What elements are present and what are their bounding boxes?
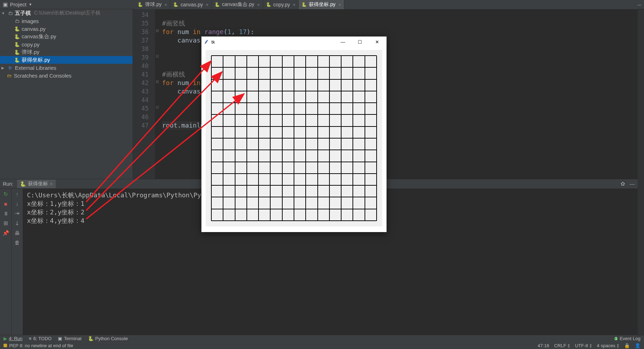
close-icon[interactable]: × [338, 2, 341, 7]
fold-marker-icon[interactable]: ⊟ [155, 28, 159, 33]
close-icon[interactable]: × [293, 2, 296, 7]
close-icon[interactable]: × [165, 2, 167, 7]
tree-file[interactable]: 🐍 canvas集合.py [0, 33, 133, 40]
scroll-icon[interactable]: ⤓ [15, 220, 20, 226]
python-icon: 🐍 [138, 2, 143, 7]
maximize-button[interactable]: ☐ [352, 37, 367, 47]
fold-marker-icon[interactable]: ⊟ [155, 79, 159, 84]
tk-app-window[interactable]: tk — ☐ ✕ [201, 36, 387, 232]
chevron-down-icon[interactable]: ▼ [1, 11, 6, 15]
todo-tool-label: 6: TODO [33, 336, 52, 341]
tk-feather-icon [204, 39, 209, 45]
tk-window-title: tk [211, 39, 215, 45]
pin-icon[interactable]: 📌 [2, 230, 9, 236]
tree-file[interactable]: 🐍 弹球.py [0, 48, 133, 56]
python-icon: 🐍 [14, 26, 20, 32]
down-icon[interactable]: ↓ [16, 201, 19, 207]
close-button[interactable]: ✕ [370, 37, 384, 47]
play-icon: ▶ [4, 336, 7, 341]
tree-file[interactable]: 🐍 canvas.py [0, 25, 133, 33]
tab-label: 获得坐标.py [309, 1, 335, 8]
wrap-icon[interactable]: ⇥ [15, 210, 20, 216]
line-number: 36 [133, 28, 155, 36]
close-icon[interactable]: × [206, 2, 209, 7]
line-separator[interactable]: CRLF ‡ [554, 343, 570, 348]
tree-file[interactable]: 🐍 获得坐标.py [0, 56, 133, 64]
line-number: 38 [133, 45, 155, 53]
tab-file[interactable]: 🐍获得坐标.py× [299, 0, 344, 9]
tab-file[interactable]: 🐍canvas集合.py× [212, 0, 263, 9]
stop-icon[interactable]: ■ [4, 201, 7, 207]
tree-item-label: copy.py [22, 41, 40, 47]
minimize-panel-icon[interactable]: — [629, 181, 635, 187]
print-icon[interactable]: 🖶 [15, 230, 20, 236]
lock-icon[interactable]: 🔒 [624, 343, 630, 348]
tab-label: canvas.py [181, 2, 203, 7]
run-tool-label: 4: Run [9, 336, 22, 341]
indent-setting[interactable]: 4 spaces ‡ [597, 343, 619, 348]
pause-icon[interactable]: ⏸ [3, 210, 9, 216]
line-number: 37 [133, 36, 155, 45]
grid-horizontal-line [211, 150, 377, 150]
run-tool-button[interactable]: ▶4: Run [4, 336, 22, 341]
event-log-button[interactable]: 1Event Log [614, 336, 640, 341]
up-icon[interactable]: ↑ [16, 191, 19, 197]
line-number: 42 [133, 79, 155, 87]
todo-tool-button[interactable]: ≡6: TODO [29, 336, 51, 341]
python-icon: 🐍 [266, 2, 271, 7]
close-icon[interactable]: × [50, 181, 53, 187]
bottom-tool-bar: ▶4: Run ≡6: TODO ▣Terminal 🐍Python Conso… [0, 335, 644, 342]
project-tool-button[interactable]: ▣ Project ▼ [3, 1, 32, 8]
layout-icon[interactable]: ⊞ [4, 220, 8, 226]
fold-marker-icon[interactable]: ⊡ [155, 105, 159, 109]
chevron-right-icon[interactable]: ▶ [1, 66, 6, 70]
editor-gutter: 3435363738394041424344454647 [133, 9, 155, 179]
tab-file[interactable]: 🐍弹球.py× [135, 0, 170, 9]
tk-canvas-grid[interactable] [206, 50, 382, 226]
trash-icon[interactable]: 🗑 [15, 240, 20, 246]
grid-vertical-line [317, 56, 318, 221]
right-gutter [638, 9, 644, 336]
warning-icon [4, 344, 7, 347]
tree-root[interactable]: ▼ 🗀 五子棋 C:\Users\长帆\Desktop\五子棋 [0, 9, 133, 17]
grid-horizontal-line [211, 197, 377, 197]
fold-column: ⊟ ⊡ ⊟ ⊡ [155, 9, 160, 179]
status-bar: PEP 8: no newline at end of file 47:16 C… [0, 342, 644, 349]
tree-scratches[interactable]: 🗁 Scratches and Consoles [0, 72, 133, 79]
tree-folder[interactable]: 🗀 images [0, 17, 133, 25]
grid-vertical-line [352, 56, 353, 221]
grid-horizontal-line [211, 173, 377, 174]
python-icon: 🐍 [14, 34, 20, 39]
fold-marker-icon[interactable]: ⊡ [155, 54, 159, 58]
grid-vertical-line [365, 56, 365, 221]
run-tab[interactable]: 🐍 获得坐标 × [17, 180, 56, 188]
python-console-tool-button[interactable]: 🐍Python Console [88, 336, 128, 341]
tree-file[interactable]: 🐍 copy.py [0, 40, 133, 48]
grid-horizontal-line [211, 220, 377, 221]
gear-icon[interactable]: ✿ [621, 181, 625, 187]
cursor-position[interactable]: 47:16 [538, 343, 549, 348]
list-icon: ≡ [29, 336, 32, 341]
tree-item-label: 弹球.py [22, 49, 39, 56]
python-icon: 🐍 [20, 181, 26, 187]
grid-vertical-line [305, 56, 306, 221]
project-label: Project [10, 1, 27, 7]
python-icon: 🐍 [14, 42, 20, 47]
grid-vertical-line [341, 56, 342, 221]
minimize-button[interactable]: — [335, 37, 350, 47]
tk-title-bar[interactable]: tk — ☐ ✕ [201, 36, 387, 47]
terminal-tool-button[interactable]: ▣Terminal [58, 336, 81, 341]
inspector-icon[interactable]: 👤 [635, 343, 640, 348]
rerun-icon[interactable]: ↻ [4, 191, 8, 197]
close-icon[interactable]: × [257, 2, 260, 7]
tab-file[interactable]: 🐍copy.py× [263, 0, 299, 9]
tab-file[interactable]: 🐍canvas.py× [170, 0, 212, 9]
line-number: 39 [133, 53, 155, 62]
tab-label: canvas集合.py [222, 1, 254, 8]
notification-badge-icon: 1 [614, 337, 618, 340]
project-tree[interactable]: ▼ 🗀 五子棋 C:\Users\长帆\Desktop\五子棋 🗀 images… [0, 9, 133, 179]
python-icon: 🐍 [173, 2, 178, 7]
tree-item-label: images [22, 18, 39, 24]
tree-external-libs[interactable]: ▶ ⊪ External Libraries [0, 64, 133, 72]
file-encoding[interactable]: UTF-8 ‡ [575, 343, 592, 348]
